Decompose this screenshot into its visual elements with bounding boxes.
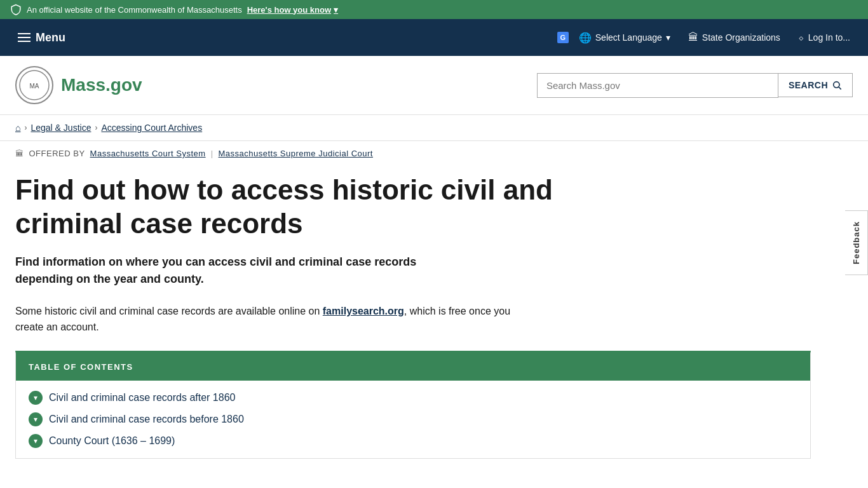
breadcrumb-sep-2: › xyxy=(95,123,97,132)
login-button[interactable]: ⬦ Log In to... xyxy=(790,27,858,48)
toc-link-1[interactable]: Civil and criminal case records after 18… xyxy=(49,392,235,403)
toc-arrow-icon-3: ▾ xyxy=(29,434,43,448)
breadcrumb-home[interactable]: ⌂ xyxy=(15,123,20,133)
site-header: MA Mass.gov SEARCH xyxy=(0,56,868,115)
google-translate-icon: G xyxy=(557,32,569,43)
select-language-label: Select Language xyxy=(595,32,662,43)
body-text-before-link: Some historic civil and criminal case re… xyxy=(15,306,323,316)
logo-area: MA Mass.gov xyxy=(15,66,142,104)
heres-how-text: Here's how you know xyxy=(247,5,331,15)
login-icon: ⬦ xyxy=(798,32,804,43)
logo-seal: MA xyxy=(18,69,50,101)
shield-icon xyxy=(10,4,22,15)
state-organizations-button[interactable]: 🏛 State Organizations xyxy=(681,27,788,48)
toc-item[interactable]: ▾ Civil and criminal case records before… xyxy=(29,412,797,426)
top-banner: An official website of the Commonwealth … xyxy=(0,0,868,19)
heres-how-button[interactable]: Here's how you know ▾ xyxy=(247,5,338,15)
state-organizations-label: State Organizations xyxy=(702,32,780,43)
toc-item-label-3: County Court (1636 – 1699) xyxy=(49,435,175,446)
page-title: Find out how to access historic civil an… xyxy=(15,173,587,241)
toc-item-label-2: Civil and criminal case records before 1… xyxy=(49,414,244,424)
menu-button[interactable]: Menu xyxy=(10,26,73,50)
breadcrumb-legal-justice-label: Legal & Justice xyxy=(31,123,91,133)
login-label: Log In to... xyxy=(808,32,850,43)
offered-by-divider: | xyxy=(211,149,214,158)
official-text: An official website of the Commonwealth … xyxy=(27,5,242,15)
breadcrumb-accessing-court[interactable]: Accessing Court Archives xyxy=(101,123,202,133)
search-button-label: SEARCH xyxy=(789,80,828,90)
page-subtitle: Find information on where you can access… xyxy=(15,254,460,288)
language-chevron-icon: ▾ xyxy=(666,32,670,43)
main-content: Find out how to access historic civil an… xyxy=(0,163,826,488)
logo-circle: MA xyxy=(15,66,53,104)
feedback-wrapper: Feedback xyxy=(845,210,868,278)
toc-list: ▾ Civil and criminal case records after … xyxy=(16,381,810,458)
nav-bar: Menu G 🌐 Select Language ▾ 🏛 State Organ… xyxy=(0,19,868,56)
toc-link-3[interactable]: County Court (1636 – 1699) xyxy=(49,435,175,447)
offered-by-label: OFFERED BY xyxy=(29,149,85,158)
feedback-button[interactable]: Feedback xyxy=(845,210,868,275)
search-icon xyxy=(832,80,842,90)
search-button[interactable]: SEARCH xyxy=(778,73,853,97)
search-area: SEARCH xyxy=(537,73,853,98)
breadcrumb-sep-1: › xyxy=(24,123,27,132)
building-icon: 🏛 xyxy=(688,32,698,43)
toc-header: TABLE OF CONTENTS xyxy=(16,353,810,381)
toc-arrow-icon-1: ▾ xyxy=(29,391,43,405)
hamburger-icon xyxy=(18,33,31,42)
menu-label: Menu xyxy=(36,31,65,44)
toc-section: TABLE OF CONTENTS ▾ Civil and criminal c… xyxy=(15,351,811,459)
breadcrumb-legal-justice[interactable]: Legal & Justice xyxy=(31,123,91,133)
home-icon: ⌂ xyxy=(15,123,20,133)
breadcrumb: ⌂ › Legal & Justice › Accessing Court Ar… xyxy=(0,115,868,141)
familysearch-link-text: familysearch.org xyxy=(323,306,404,316)
feedback-label: Feedback xyxy=(851,221,861,264)
toc-item-label-1: Civil and criminal case records after 18… xyxy=(49,392,235,403)
offered-by-org1-label: Massachusetts Court System xyxy=(90,149,206,158)
offered-by-org1[interactable]: Massachusetts Court System xyxy=(90,149,206,158)
familysearch-link[interactable]: familysearch.org xyxy=(323,306,404,316)
offered-by-building-icon: 🏛 xyxy=(15,149,24,158)
breadcrumb-accessing-court-label: Accessing Court Archives xyxy=(101,123,202,133)
toc-arrow-icon-2: ▾ xyxy=(29,412,43,426)
toc-link-2[interactable]: Civil and criminal case records before 1… xyxy=(49,414,244,425)
offered-by: 🏛 OFFERED BY Massachusetts Court System … xyxy=(0,141,868,163)
page-body: Some historic civil and criminal case re… xyxy=(15,303,524,336)
offered-by-org2-label: Massachusetts Supreme Judicial Court xyxy=(219,149,373,158)
logo-text[interactable]: Mass.gov xyxy=(61,75,142,95)
logo-label: Mass.gov xyxy=(61,75,142,95)
svg-text:MA: MA xyxy=(30,83,39,90)
search-input[interactable] xyxy=(537,73,778,98)
toc-item[interactable]: ▾ County Court (1636 – 1699) xyxy=(29,434,797,448)
nav-right: G 🌐 Select Language ▾ 🏛 State Organizati… xyxy=(557,27,858,49)
offered-by-org2[interactable]: Massachusetts Supreme Judicial Court xyxy=(219,149,373,158)
svg-point-2 xyxy=(834,82,839,88)
chevron-down-icon: ▾ xyxy=(334,5,338,15)
toc-item[interactable]: ▾ Civil and criminal case records after … xyxy=(29,391,797,405)
globe-icon: 🌐 xyxy=(579,32,592,44)
svg-line-3 xyxy=(839,87,841,90)
select-language-button[interactable]: 🌐 Select Language ▾ xyxy=(571,27,678,49)
